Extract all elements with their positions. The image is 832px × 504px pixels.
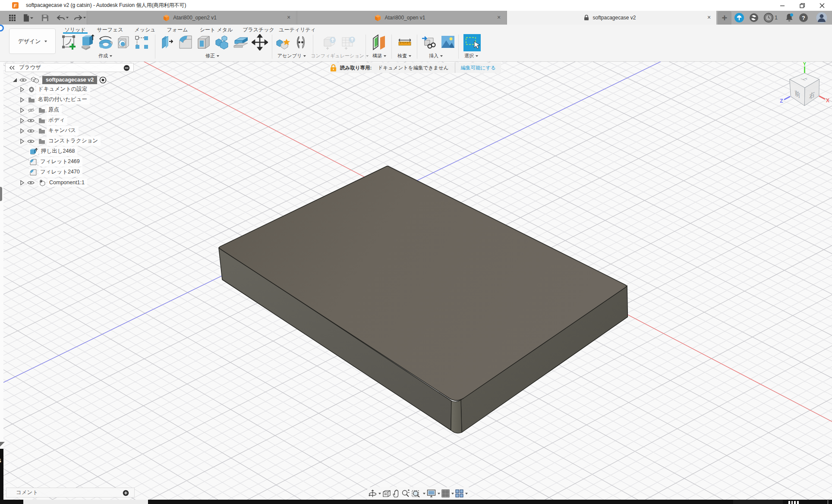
- activate-radio-icon[interactable]: [99, 76, 107, 84]
- redo-icon[interactable]: [72, 11, 87, 25]
- hole-button[interactable]: [116, 35, 131, 51]
- browser-row-fillet-feature[interactable]: フィレット2469: [29, 157, 82, 167]
- combine-button[interactable]: [215, 35, 230, 51]
- browser-row-bodies[interactable]: ボディ: [20, 116, 67, 125]
- save-icon[interactable]: [39, 11, 50, 25]
- new-component-button[interactable]: [275, 35, 291, 51]
- browser-item-label[interactable]: キャンバス: [47, 126, 79, 135]
- file-menu-icon[interactable]: [22, 11, 34, 25]
- move-copy-button[interactable]: [252, 34, 268, 52]
- group-label-assemble[interactable]: アセンブリ: [277, 53, 306, 59]
- insert-derive-button[interactable]: [421, 35, 437, 51]
- remove-display-icon[interactable]: [123, 65, 130, 71]
- browser-row-extrude-feature[interactable]: 押し出し2468: [29, 147, 77, 156]
- add-comment-icon[interactable]: [123, 490, 129, 496]
- group-label-insert[interactable]: 挿入: [429, 53, 443, 59]
- viewports-tool[interactable]: [455, 489, 468, 498]
- expander-icon[interactable]: [20, 128, 25, 134]
- tab-close-icon[interactable]: ×: [706, 15, 712, 21]
- extrude-button[interactable]: [80, 34, 95, 52]
- browser-row-document-settings[interactable]: ドキュメントの設定: [20, 85, 90, 94]
- group-label-construct[interactable]: 構築: [372, 53, 386, 59]
- window-minimize-button[interactable]: [772, 0, 792, 11]
- expander-expanded-icon[interactable]: [12, 77, 18, 83]
- extensions-icon[interactable]: [749, 13, 759, 23]
- select-button[interactable]: [463, 34, 481, 53]
- ribbon-tab-mesh[interactable]: メッシュ: [134, 26, 155, 34]
- visibility-eye-icon[interactable]: [27, 139, 35, 144]
- notifications-bell-icon[interactable]: [784, 13, 794, 23]
- browser-item-label[interactable]: コンストラクション: [47, 136, 101, 146]
- ribbon-tab-plastic[interactable]: プラスチック: [243, 26, 274, 34]
- primitives-button[interactable]: [135, 35, 149, 51]
- press-pull-button[interactable]: [160, 35, 174, 51]
- make-editable-link[interactable]: 編集可能にする: [461, 65, 496, 71]
- measure-button[interactable]: [398, 38, 412, 47]
- joint-button[interactable]: [294, 35, 309, 51]
- split-body-button[interactable]: [233, 35, 249, 51]
- insert-canvas-button[interactable]: [441, 35, 455, 50]
- group-label-select[interactable]: 選択: [464, 53, 478, 59]
- document-tab-1[interactable]: Atari800_open2 v1 ×: [87, 11, 296, 25]
- browser-row-component[interactable]: Component1:1: [20, 178, 87, 187]
- visibility-off-eye-icon[interactable]: [27, 107, 35, 113]
- orbit-tool[interactable]: [369, 489, 381, 498]
- expander-icon[interactable]: [20, 107, 25, 113]
- browser-row-construction[interactable]: コンストラクション: [20, 136, 101, 146]
- browser-item-label[interactable]: ボディ: [47, 116, 67, 125]
- view-cube[interactable]: Y Z X 上 前 右: [772, 62, 832, 113]
- construct-plane-button[interactable]: [372, 34, 387, 52]
- browser-row-origin[interactable]: 原点: [20, 105, 62, 115]
- expander-icon[interactable]: [20, 139, 25, 144]
- browser-collapse-handle[interactable]: [0, 187, 2, 201]
- group-label-inspect[interactable]: 検査: [397, 53, 411, 59]
- zoom-tool[interactable]: [401, 489, 410, 498]
- expander-icon[interactable]: [20, 118, 25, 123]
- ribbon-tab-form[interactable]: フォーム: [167, 26, 188, 34]
- job-history-clock-icon[interactable]: [763, 13, 774, 23]
- new-tab-button[interactable]: +: [718, 11, 731, 25]
- browser-item-label[interactable]: 押し出し2468: [39, 147, 77, 156]
- window-close-button[interactable]: [812, 0, 832, 11]
- browser-row-fillet-feature[interactable]: フィレット2470: [29, 167, 82, 177]
- group-label-create[interactable]: 作成: [98, 53, 112, 59]
- look-at-tool[interactable]: [382, 490, 391, 498]
- visibility-eye-icon[interactable]: [27, 180, 35, 185]
- fillet-button[interactable]: [178, 35, 193, 51]
- ribbon-tab-surface[interactable]: サーフェス: [97, 26, 123, 34]
- help-icon[interactable]: ?: [798, 13, 809, 23]
- ribbon-tab-utilities[interactable]: ユーティリティ: [279, 26, 316, 34]
- visibility-eye-icon[interactable]: [27, 129, 35, 133]
- zoom-window-tool[interactable]: [412, 489, 425, 498]
- visibility-eye-icon[interactable]: [27, 118, 35, 123]
- workspace-selector[interactable]: デザイン: [9, 28, 56, 54]
- browser-item-label[interactable]: Component1:1: [47, 179, 87, 187]
- browser-item-label[interactable]: フィレット2470: [38, 167, 82, 177]
- display-settings-tool[interactable]: [427, 489, 440, 498]
- browser-item-label[interactable]: 原点: [47, 105, 62, 115]
- expander-icon[interactable]: [20, 87, 25, 92]
- browser-item-label[interactable]: ドキュメントの設定: [36, 85, 90, 94]
- tab-close-icon[interactable]: ×: [286, 15, 292, 21]
- collapse-left-icon[interactable]: [9, 66, 15, 70]
- revolve-button[interactable]: [98, 36, 114, 52]
- browser-root-row[interactable]: softpacagecase v2: [12, 75, 107, 85]
- job-status-icon[interactable]: [734, 13, 744, 23]
- grid-settings-tool[interactable]: [441, 489, 454, 498]
- document-tab-2[interactable]: Atari800_open v1 ×: [297, 11, 507, 25]
- visibility-eye-icon[interactable]: [19, 78, 27, 82]
- shell-button[interactable]: [196, 35, 211, 51]
- undo-icon[interactable]: [55, 11, 69, 25]
- comment-bar[interactable]: コメント: [6, 488, 135, 498]
- app-grid-icon[interactable]: [6, 11, 19, 25]
- pan-tool[interactable]: [392, 489, 400, 498]
- ribbon-tab-sheetmetal[interactable]: シート メタル: [200, 26, 233, 34]
- tab-close-icon[interactable]: ×: [496, 15, 502, 21]
- create-sketch-button[interactable]: [62, 35, 76, 51]
- window-restore-button[interactable]: [792, 0, 812, 11]
- browser-item-label[interactable]: 名前の付いたビュー: [36, 95, 90, 104]
- user-avatar[interactable]: [816, 12, 826, 22]
- browser-item-label[interactable]: フィレット2469: [38, 157, 82, 167]
- browser-panel-header[interactable]: ブラウザ: [5, 63, 134, 72]
- document-tab-active[interactable]: softpacagecase v2 ×: [507, 11, 716, 25]
